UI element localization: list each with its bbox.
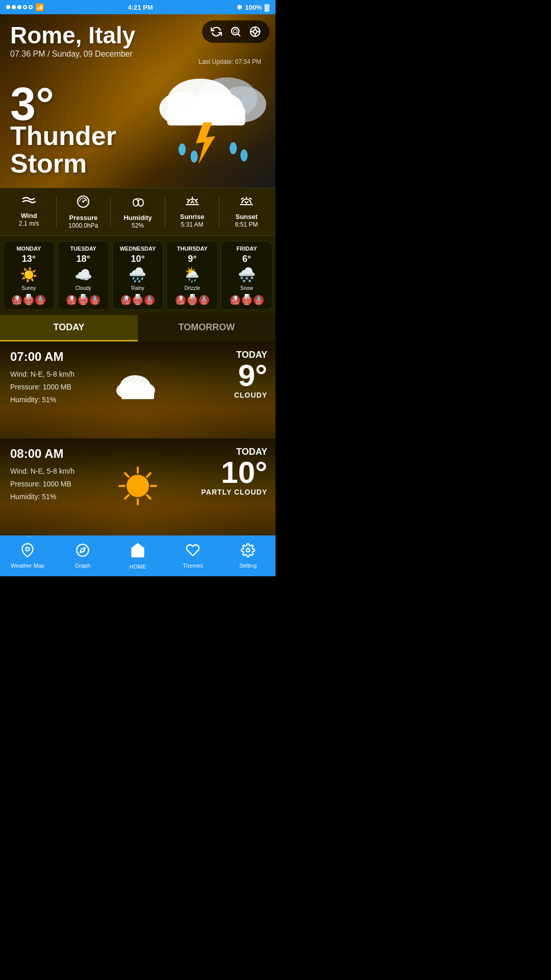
current-temperature: 3° <box>10 81 116 127</box>
nav-item-weather-map[interactable]: Weather Map <box>0 543 55 569</box>
temperature-row: 3° ThunderStorm <box>10 81 265 178</box>
forecast-mini-stats: 💨 WIND2.1 M/S 📊 PRESS1000.0 HPA 💧 HUM52% <box>12 295 45 305</box>
forecast-humidity-mini: 💧 HUM52% <box>254 295 264 305</box>
bluetooth-icon: ✱ <box>237 4 242 11</box>
top-buttons <box>202 20 269 43</box>
forecast-day: FRIDAY <box>237 246 257 252</box>
svg-line-44 <box>125 495 129 499</box>
right-temp-1: 10° <box>221 457 267 488</box>
hourly-container: 07:00 AM Wind: N-E, 5-8 km/h Pressure: 1… <box>0 341 276 535</box>
tab-today[interactable]: TODAY <box>0 315 138 341</box>
weather-condition: ThunderStorm <box>10 122 116 178</box>
forecast-wind-mini: 💨 WIND2.1 M/S <box>230 295 240 305</box>
dot4 <box>23 5 27 9</box>
dot5 <box>29 5 33 9</box>
battery-icon: ▓ <box>265 4 269 11</box>
nav-item-home[interactable]: HOME <box>110 542 165 570</box>
forecast-wind-mini: 💨 WIND2.1 M/S <box>176 295 186 305</box>
nav-label-3: Themes <box>183 562 203 569</box>
humidity-value: 52% <box>132 222 144 229</box>
forecast-card-friday[interactable]: FRIDAY 6° 🌨️ Snow 💨 WIND2.1 M/S 📊 PRESS1… <box>221 241 272 310</box>
forecast-wind-mini: 💨 WIND2.1 M/S <box>12 295 22 305</box>
forecast-icon: ☀️ <box>20 266 38 283</box>
nav-icon-3 <box>186 543 200 561</box>
wind-icon <box>22 194 36 210</box>
forecast-card-monday[interactable]: MONDAY 13° ☀️ Sunny 💨 WIND2.1 M/S 📊 PRES… <box>3 241 55 310</box>
search-button[interactable] <box>229 24 243 39</box>
forecast-temp: 10° <box>131 254 144 264</box>
forecast-card-wednesday[interactable]: WEDNESDAY 10° 🌧️ Rainy 💨 WIND2.1 M/S 📊 P… <box>112 241 164 310</box>
hero-content: Rome, Italy 07.36 PM / Sunday, 09 Decemb… <box>0 14 276 178</box>
svg-point-22 <box>133 199 138 206</box>
dot1 <box>6 5 10 9</box>
nav-icon-4 <box>241 543 255 561</box>
location-button[interactable] <box>248 24 262 39</box>
nav-item-graph[interactable]: Graph <box>55 543 110 569</box>
forecast-icon: 🌨️ <box>238 266 256 283</box>
forecast-pressure-mini: 📊 PRESS1000.0 HPA <box>242 295 252 305</box>
forecast-mini-stats: 💨 WIND2.1 M/S 📊 PRESS1000.0 HPA 💧 HUM52% <box>66 295 100 305</box>
forecast-desc: Sunny <box>21 285 36 291</box>
forecast-icon: 🌧️ <box>129 266 146 283</box>
status-bar: 📶 4:21 PM ✱ 100% ▓ <box>0 0 276 14</box>
status-time: 4:21 PM <box>128 4 153 11</box>
forecast-temp: 9° <box>188 254 196 264</box>
nav-item-themes[interactable]: Themes <box>165 543 220 569</box>
sunrise-value: 5:31 AM <box>181 221 204 228</box>
forecast-mini-stats: 💨 WIND2.1 M/S 📊 PRESS1000.0 HPA 💧 HUM52% <box>176 295 209 305</box>
forecast-temp: 6° <box>242 254 251 264</box>
nav-item-setting[interactable]: Setting <box>220 543 276 569</box>
humidity-label: Humidity <box>123 214 152 222</box>
svg-point-48 <box>246 549 250 552</box>
hourly-section-1: 08:00 AM Wind: N-E, 5-8 km/h Pressure: 1… <box>0 438 276 535</box>
forecast-pressure-mini: 📊 PRESS1000.0 HPA <box>23 295 34 305</box>
svg-line-30 <box>241 198 243 199</box>
refresh-button[interactable] <box>209 24 223 39</box>
forecast-temp: 18° <box>77 254 90 264</box>
humidity-icon <box>131 194 145 212</box>
sunset-label: Sunset <box>236 213 258 220</box>
sunrise-label: Sunrise <box>180 213 205 220</box>
hero-section: Rome, Italy 07.36 PM / Sunday, 09 Decemb… <box>0 14 276 188</box>
svg-point-1 <box>233 29 237 33</box>
forecast-card-tuesday[interactable]: TUESDAY 18° ☁️ Cloudy 💨 WIND2.1 M/S 📊 PR… <box>58 241 109 310</box>
datetime: 07.36 PM / Sunday, 09 December <box>10 50 135 59</box>
bottom-nav: Weather Map Graph HOME Themes Setting <box>0 535 276 576</box>
sunrise-icon <box>185 194 200 211</box>
svg-marker-47 <box>80 548 85 553</box>
forecast-desc: Drizzle <box>185 285 201 291</box>
pressure-label: Pressure <box>69 214 98 222</box>
right-temp-0: 9° <box>238 360 267 391</box>
wifi-icon: 📶 <box>35 3 44 11</box>
tab-tomorrow[interactable]: TOMORROW <box>138 315 276 341</box>
battery-percent: 100% <box>245 4 262 11</box>
forecast-humidity-mini: 💧 HUM52% <box>199 295 209 305</box>
nav-icon-2 <box>130 542 146 562</box>
forecast-desc: Snow <box>240 285 253 291</box>
svg-point-46 <box>77 544 88 556</box>
svg-line-41 <box>125 473 129 477</box>
pressure-value: 1000.0hPa <box>68 222 98 229</box>
forecast-temp: 13° <box>22 254 36 264</box>
status-right: ✱ 100% ▓ <box>237 4 269 11</box>
nav-icon-0 <box>20 543 35 561</box>
forecast-desc: Rainy <box>131 285 144 291</box>
forecast-day: TUESDAY <box>70 246 96 252</box>
stat-sunset: Sunset 6:51 PM <box>219 194 273 229</box>
nav-label-2: HOME <box>130 564 146 570</box>
svg-point-3 <box>253 30 257 33</box>
forecast-wind-mini: 💨 WIND2.1 M/S <box>66 295 77 305</box>
forecast-wind-mini: 💨 WIND2.1 M/S <box>121 295 131 305</box>
nav-icon-1 <box>76 543 90 561</box>
right-desc-0: CLOUDY <box>234 391 267 399</box>
forecast-card-thursday[interactable]: THURSDAY 9° 🌦️ Drizzle 💨 WIND2.1 M/S 📊 P… <box>166 241 218 310</box>
forecast-mini-stats: 💨 WIND2.1 M/S 📊 PRESS1000.0 HPA 💧 HUM52% <box>230 295 264 305</box>
right-panel-0: TODAY 9° CLOUDY <box>143 341 276 438</box>
pressure-icon <box>76 194 90 212</box>
nav-label-1: Graph <box>75 562 91 569</box>
nav-label-0: Weather Map <box>11 562 44 569</box>
forecast-pressure-mini: 📊 PRESS1000.0 HPA <box>78 295 88 305</box>
forecast-day: MONDAY <box>16 246 41 252</box>
stats-row: Wind 2.1 m/s Pressure 1000.0hPa Humidity… <box>0 188 276 236</box>
stat-sunrise: Sunrise 5:31 AM <box>165 194 219 229</box>
